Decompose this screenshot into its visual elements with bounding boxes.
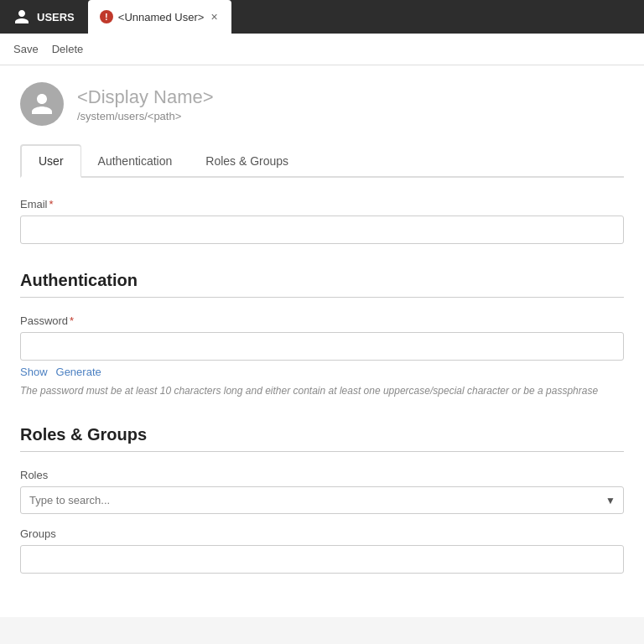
main-content: <Display Name> /system/users/<path> User…	[0, 65, 644, 617]
tab-user[interactable]: User	[20, 144, 81, 178]
roles-groups-section: Roles & Groups Roles ▼ Groups	[20, 425, 624, 574]
password-input[interactable]	[20, 332, 624, 361]
users-nav[interactable]: USERS	[0, 0, 88, 34]
error-icon: !	[100, 10, 113, 23]
avatar	[20, 82, 64, 126]
tabs: User Authentication Roles & Groups	[20, 143, 624, 178]
avatar-icon	[29, 91, 55, 117]
email-input[interactable]	[20, 216, 624, 244]
save-button[interactable]: Save	[13, 43, 39, 55]
groups-label: Groups	[20, 527, 624, 540]
profile-info: <Display Name> /system/users/<path>	[77, 86, 214, 122]
password-hint: The password must be at least 10 charact…	[20, 383, 624, 398]
tab-label: <Unnamed User>	[118, 11, 205, 23]
authentication-heading: Authentication	[20, 271, 624, 298]
profile-header: <Display Name> /system/users/<path>	[20, 82, 624, 126]
toolbar: Save Delete	[0, 34, 644, 65]
groups-subsection: Groups	[20, 527, 624, 574]
profile-path: /system/users/<path>	[77, 110, 214, 122]
tab-roles-groups[interactable]: Roles & Groups	[189, 144, 305, 178]
users-label: USERS	[37, 11, 75, 23]
password-links: Show Generate	[20, 366, 624, 378]
display-name: <Display Name>	[77, 86, 214, 108]
user-icon	[13, 8, 30, 25]
email-label: Email*	[20, 198, 624, 210]
email-section: Email*	[20, 198, 624, 244]
groups-input[interactable]	[20, 545, 624, 574]
authentication-section: Authentication Password* Show Generate T…	[20, 271, 624, 398]
generate-password-link[interactable]: Generate	[56, 366, 101, 378]
roles-search-input[interactable]	[20, 486, 624, 514]
roles-dropdown[interactable]: ▼	[20, 486, 624, 514]
tab-authentication[interactable]: Authentication	[81, 144, 190, 178]
top-bar: USERS ! <Unnamed User> ×	[0, 0, 644, 34]
close-tab-button[interactable]: ×	[209, 10, 219, 23]
unnamed-user-tab[interactable]: ! <Unnamed User> ×	[88, 0, 231, 34]
password-label: Password*	[20, 314, 624, 327]
show-password-link[interactable]: Show	[20, 366, 48, 378]
roles-groups-heading: Roles & Groups	[20, 425, 624, 452]
delete-button[interactable]: Delete	[52, 43, 84, 55]
roles-label: Roles	[20, 469, 624, 481]
password-required-star: *	[70, 314, 74, 327]
email-required-star: *	[49, 198, 54, 210]
